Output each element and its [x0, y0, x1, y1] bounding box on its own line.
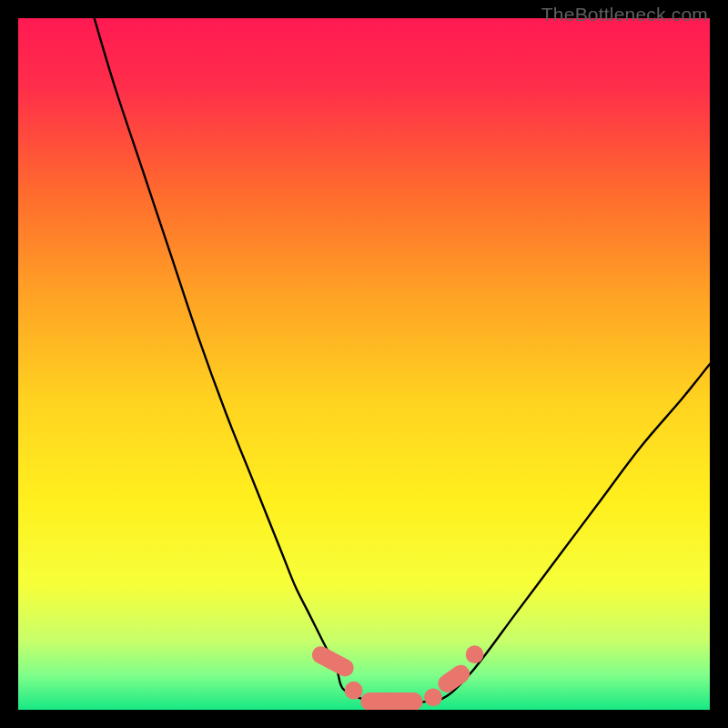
- curve-marker-dot: [466, 645, 484, 663]
- curve-marker-dot: [424, 688, 442, 706]
- bottleneck-curve-chart: [18, 18, 710, 710]
- watermark-text: TheBottleneck.com: [541, 4, 708, 25]
- gradient-background: [18, 18, 710, 710]
- chart-frame: [18, 18, 710, 710]
- curve-marker-dot: [345, 682, 363, 700]
- curve-marker-capsule: [360, 693, 422, 710]
